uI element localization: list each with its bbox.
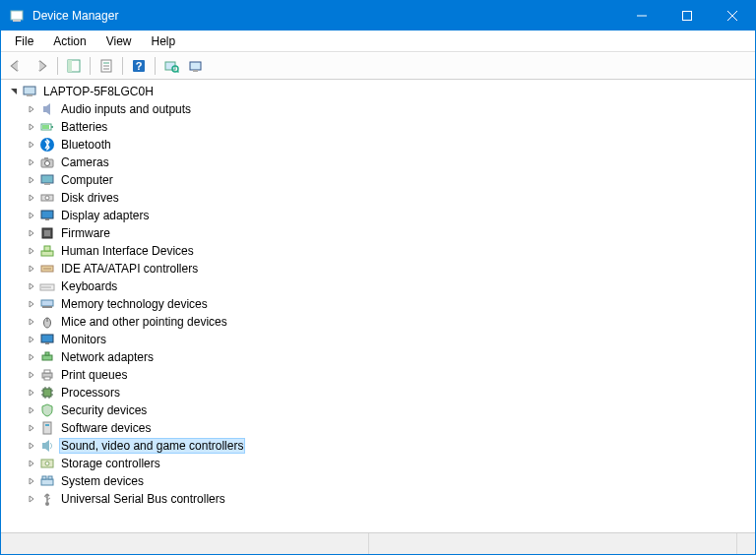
menu-help[interactable]: Help	[142, 32, 186, 50]
sound-icon	[39, 438, 55, 454]
device-category[interactable]: Cameras	[25, 154, 755, 171]
device-tree[interactable]: LAPTOP-5F8LGC0H Audio inputs and outputs…	[1, 80, 755, 532]
help-button[interactable]: ?	[127, 55, 151, 77]
expand-arrow-icon[interactable]	[25, 244, 38, 258]
device-category[interactable]: Sound, video and game controllers	[25, 437, 755, 455]
expand-arrow-icon[interactable]	[25, 457, 38, 470]
device-category-label[interactable]: Network adapters	[59, 350, 156, 364]
keyboard-icon	[39, 278, 55, 294]
expand-arrow-icon[interactable]	[25, 191, 38, 205]
device-category[interactable]: Mice and other pointing devices	[25, 313, 755, 331]
device-category-label[interactable]: Software devices	[59, 421, 153, 435]
svg-rect-0	[11, 11, 23, 20]
expand-arrow-icon[interactable]	[25, 439, 38, 453]
device-category-label[interactable]: Security devices	[59, 403, 149, 417]
close-button[interactable]	[710, 1, 755, 31]
device-category[interactable]: Disk drives	[25, 189, 755, 207]
device-category-label[interactable]: Bluetooth	[59, 138, 113, 152]
device-category-label[interactable]: Mice and other pointing devices	[59, 315, 229, 329]
print-icon	[39, 367, 55, 383]
expand-arrow-icon[interactable]	[25, 102, 38, 116]
svg-rect-47	[41, 300, 53, 306]
expand-arrow-icon[interactable]	[25, 262, 38, 276]
expand-arrow-icon[interactable]	[25, 474, 38, 488]
device-category[interactable]: Human Interface Devices	[25, 242, 755, 260]
device-category-label[interactable]: Keyboards	[59, 279, 119, 293]
device-category[interactable]: Memory technology devices	[25, 295, 755, 313]
expand-arrow-icon[interactable]	[25, 386, 38, 400]
expand-arrow-icon[interactable]	[25, 315, 38, 329]
expand-arrow-icon[interactable]	[25, 403, 38, 417]
expand-arrow-icon[interactable]	[25, 350, 38, 364]
device-category[interactable]: Batteries	[25, 118, 755, 136]
device-category[interactable]: Display adapters	[25, 207, 755, 224]
root-node-label[interactable]: LAPTOP-5F8LGC0H	[41, 85, 156, 98]
svg-rect-73	[42, 476, 46, 479]
device-category[interactable]: Software devices	[25, 419, 755, 437]
expand-arrow-icon[interactable]	[25, 155, 38, 169]
resize-grip[interactable]	[737, 533, 755, 554]
device-category-label[interactable]: Universal Serial Bus controllers	[59, 492, 227, 506]
device-category[interactable]: Firmware	[25, 224, 755, 242]
device-category[interactable]: Bluetooth	[25, 136, 755, 154]
minimize-button[interactable]	[619, 1, 664, 31]
device-category[interactable]: Monitors	[25, 331, 755, 348]
menu-view[interactable]: View	[96, 32, 142, 50]
back-button[interactable]	[4, 55, 28, 77]
device-category[interactable]: IDE ATA/ATAPI controllers	[25, 260, 755, 278]
menu-file[interactable]: File	[5, 32, 43, 50]
device-category-label[interactable]: Monitors	[59, 333, 108, 346]
expand-arrow-icon[interactable]	[25, 209, 38, 222]
tree-root-node[interactable]: LAPTOP-5F8LGC0H Audio inputs and outputs…	[7, 83, 755, 508]
device-category-label[interactable]: Print queues	[59, 368, 129, 382]
window-title: Device Manager	[32, 9, 619, 23]
device-category[interactable]: Storage controllers	[25, 455, 755, 472]
device-category-label[interactable]: Batteries	[59, 120, 109, 134]
expand-arrow-icon[interactable]	[25, 492, 38, 506]
device-category-label[interactable]: Human Interface Devices	[59, 244, 196, 258]
expand-arrow-icon[interactable]	[25, 421, 38, 435]
device-category-label[interactable]: Disk drives	[59, 191, 121, 205]
device-category-label[interactable]: Sound, video and game controllers	[59, 438, 245, 454]
svg-rect-52	[45, 342, 49, 344]
device-category[interactable]: Computer	[25, 171, 755, 189]
expand-arrow-icon[interactable]	[25, 279, 38, 293]
device-category[interactable]: Audio inputs and outputs	[25, 100, 755, 118]
device-category-label[interactable]: Firmware	[59, 226, 112, 240]
device-category[interactable]: Universal Serial Bus controllers	[25, 490, 755, 508]
show-hide-console-tree-button[interactable]	[62, 55, 86, 77]
expand-arrow-icon[interactable]	[25, 368, 38, 382]
expand-arrow-icon[interactable]	[25, 173, 38, 187]
device-category-label[interactable]: Display adapters	[59, 209, 151, 222]
device-category-label[interactable]: IDE ATA/ATAPI controllers	[59, 262, 200, 276]
device-category[interactable]: Print queues	[25, 366, 755, 384]
svg-rect-18	[193, 70, 198, 72]
add-legacy-hardware-button[interactable]	[185, 55, 209, 77]
expand-arrow-icon[interactable]	[25, 120, 38, 134]
status-section	[369, 533, 737, 554]
expand-arrow-icon[interactable]	[25, 333, 38, 346]
svg-rect-36	[44, 230, 50, 236]
device-category[interactable]: Security devices	[25, 401, 755, 419]
device-category-label[interactable]: Storage controllers	[59, 457, 162, 470]
forward-button[interactable]	[30, 55, 53, 77]
device-category-label[interactable]: Memory technology devices	[59, 297, 210, 311]
svg-text:?: ?	[136, 60, 143, 72]
device-category[interactable]: Keyboards	[25, 278, 755, 295]
device-category-label[interactable]: Computer	[59, 173, 115, 187]
properties-button[interactable]	[94, 55, 118, 77]
expand-arrow-icon[interactable]	[25, 138, 38, 152]
device-category-label[interactable]: Cameras	[59, 155, 111, 169]
menu-action[interactable]: Action	[43, 32, 95, 50]
maximize-button[interactable]	[664, 1, 710, 31]
expand-arrow-icon[interactable]	[7, 85, 21, 98]
device-category-label[interactable]: Audio inputs and outputs	[59, 102, 193, 116]
device-category-label[interactable]: System devices	[59, 474, 146, 488]
device-category[interactable]: Network adapters	[25, 348, 755, 366]
scan-hardware-button[interactable]	[159, 55, 183, 77]
device-category-label[interactable]: Processors	[59, 386, 122, 400]
expand-arrow-icon[interactable]	[25, 226, 38, 240]
device-category[interactable]: System devices	[25, 472, 755, 490]
expand-arrow-icon[interactable]	[25, 297, 38, 311]
device-category[interactable]: Processors	[25, 384, 755, 401]
